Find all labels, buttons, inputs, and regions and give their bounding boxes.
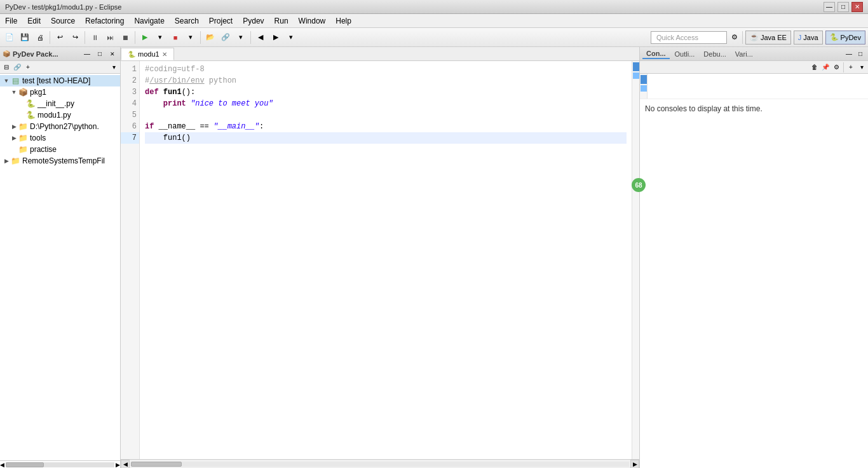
tree-item-init[interactable]: 🐍 __init__.py	[0, 98, 120, 109]
scroll-left-btn[interactable]: ◀	[0, 462, 4, 468]
tb-open-button[interactable]: 📂	[203, 31, 217, 45]
console-new-btn[interactable]: +	[846, 62, 856, 72]
tb-link-dropdown[interactable]: ▾	[234, 31, 248, 45]
tb-back-button[interactable]: ◀	[254, 31, 268, 45]
modu1-label: modu1.py	[37, 111, 71, 120]
tree-item-pkg1[interactable]: ▼ 📦 pkg1	[0, 86, 120, 98]
line-num-6: 6	[121, 121, 139, 132]
tb-link-button[interactable]: 🔗	[219, 31, 233, 45]
toolbar-right: Quick Access ⚙ ☕Java EE JJava 🐍PyDev	[651, 31, 865, 45]
scroll-right-btn[interactable]: ▶	[116, 462, 120, 468]
perspective-java[interactable]: JJava	[794, 31, 823, 45]
menu-file[interactable]: File	[0, 14, 22, 27]
left-panel-header: 📦 PyDev Pack... — □ ✕	[0, 47, 120, 61]
code-line-1: #coding=utf-8	[145, 64, 627, 75]
tree-arrow-pkg1[interactable]: ▼	[10, 89, 18, 95]
tb-resume-button[interactable]: ⏭	[103, 31, 117, 45]
collapse-all-button[interactable]: ⊟	[1, 62, 11, 72]
project-icon: ▤	[10, 76, 20, 86]
tree-item-project[interactable]: ▼ ▤ test [test NO-HEAD]	[0, 75, 120, 86]
code-line-2: #/usr/bin/env python	[145, 75, 627, 86]
debug-tab[interactable]: Debu...	[700, 50, 729, 59]
left-panel-close[interactable]: ✕	[107, 49, 118, 59]
tb-new-button[interactable]: 📄	[3, 31, 17, 45]
quick-access-input[interactable]: Quick Access	[651, 31, 727, 44]
editor-panel: 🐍 modu1 ✕ 1 2 3 4 5 6 7 #codin	[121, 47, 639, 468]
menu-window[interactable]: Window	[294, 14, 331, 27]
hscroll-thumb[interactable]	[131, 462, 182, 467]
tb-terminate-button[interactable]: ■	[168, 31, 182, 45]
console-marker-2	[641, 85, 647, 92]
main-layout: 📦 PyDev Pack... — □ ✕ ⊟ 🔗 + ▾ ▼ ▤ test […	[0, 47, 868, 468]
code-editor[interactable]: #coding=utf-8 #/usr/bin/env python def f…	[140, 61, 632, 459]
menu-source[interactable]: Source	[46, 14, 80, 27]
tb-nav-dropdown[interactable]: ▾	[284, 31, 298, 45]
scroll-thumb[interactable]	[6, 462, 44, 467]
console-pin-btn[interactable]: 📌	[820, 62, 831, 72]
tree-arrow-tools[interactable]: ▶	[10, 135, 18, 141]
menu-edit[interactable]: Edit	[22, 14, 46, 27]
console-tab[interactable]: Con...	[642, 49, 670, 59]
perspective-java-ee[interactable]: ☕Java EE	[745, 31, 791, 45]
tree-item-python[interactable]: ▶ 📁 D:\Python27\python.	[0, 121, 120, 132]
tb-run-dropdown[interactable]: ▾	[153, 31, 167, 45]
close-button[interactable]: ✕	[851, 2, 863, 12]
tree-item-practise[interactable]: 📁 practise	[0, 144, 120, 155]
console-clear-btn[interactable]: 🗑	[810, 62, 820, 72]
scroll-track[interactable]	[6, 462, 114, 467]
tree-item-tools[interactable]: ▶ 📁 tools	[0, 132, 120, 144]
new-pyfile-button[interactable]: +	[23, 62, 33, 72]
perspective-pydev[interactable]: 🐍PyDev	[825, 31, 865, 45]
tree-arrow-remote[interactable]: ▶	[3, 158, 10, 164]
tb-perspective-settings[interactable]: ⚙	[729, 31, 740, 45]
tb-debug-button[interactable]: ⏸	[88, 31, 102, 45]
tree-arrow-python[interactable]: ▶	[10, 123, 18, 130]
tree-item-modu1[interactable]: 🐍 modu1.py	[0, 109, 120, 121]
menu-project[interactable]: Project	[204, 14, 238, 27]
variables-tab[interactable]: Vari...	[731, 50, 757, 59]
hscroll-track[interactable]	[131, 462, 629, 467]
tb-stop-button[interactable]: ⏹	[118, 31, 132, 45]
link-editor-button[interactable]: 🔗	[12, 62, 22, 72]
tools-label: tools	[30, 134, 46, 142]
menu-run[interactable]: Run	[269, 14, 294, 27]
tb-print-button[interactable]: 🖨	[33, 31, 47, 45]
left-panel-minimize[interactable]: —	[82, 49, 92, 59]
console-settings-btn[interactable]: ⚙	[831, 62, 841, 72]
menu-pydev[interactable]: Pydev	[238, 14, 269, 27]
tb-run-button[interactable]: ▶	[138, 31, 152, 45]
line-num-7: 7	[121, 132, 139, 144]
tb-redo-button[interactable]: ↪	[68, 31, 82, 45]
tb-sep-1	[50, 31, 50, 44]
editor-marker-gutter	[632, 61, 639, 459]
code-line-4: print "nice to meet you"	[145, 98, 627, 109]
tb-forward-button[interactable]: ▶	[269, 31, 283, 45]
menu-help[interactable]: Help	[330, 14, 356, 27]
outline-tab[interactable]: Outli...	[671, 50, 699, 59]
title-bar: PyDev - test/pkg1/modu1.py - Eclipse — □…	[0, 0, 868, 14]
hscroll-left-btn[interactable]: ◀	[121, 460, 130, 469]
tb-undo-button[interactable]: ↩	[53, 31, 67, 45]
console-view-menu[interactable]: ▾	[857, 62, 867, 72]
tab-close-button[interactable]: ✕	[162, 51, 167, 58]
tree-item-remote[interactable]: ▶ 📁 RemoteSystemsTempFil	[0, 155, 120, 167]
menu-search[interactable]: Search	[170, 14, 204, 27]
init-label: __init__.py	[37, 99, 74, 108]
right-panel-minimize[interactable]: —	[844, 49, 854, 59]
view-menu-button[interactable]: ▾	[109, 62, 119, 72]
minimize-button[interactable]: —	[824, 2, 835, 12]
tb-save-button[interactable]: 💾	[18, 31, 32, 45]
line-num-3: 3	[121, 86, 139, 98]
editor-hscrollbar[interactable]: ◀ ▶	[121, 459, 639, 468]
right-panel-maximize[interactable]: □	[855, 49, 865, 59]
menu-refactoring[interactable]: Refactoring	[80, 14, 129, 27]
tree-arrow-project[interactable]: ▼	[3, 78, 10, 84]
editor-tab-modu1[interactable]: 🐍 modu1 ✕	[121, 48, 174, 60]
left-panel-maximize[interactable]: □	[95, 49, 105, 59]
left-panel-scrollbar[interactable]: ◀ ▶	[0, 460, 120, 468]
maximize-button[interactable]: □	[837, 2, 849, 12]
menu-navigate[interactable]: Navigate	[129, 14, 169, 27]
hscroll-right-btn[interactable]: ▶	[630, 460, 639, 469]
code-line-7: fun1()	[145, 132, 627, 144]
tb-terminate-dropdown[interactable]: ▾	[184, 31, 198, 45]
